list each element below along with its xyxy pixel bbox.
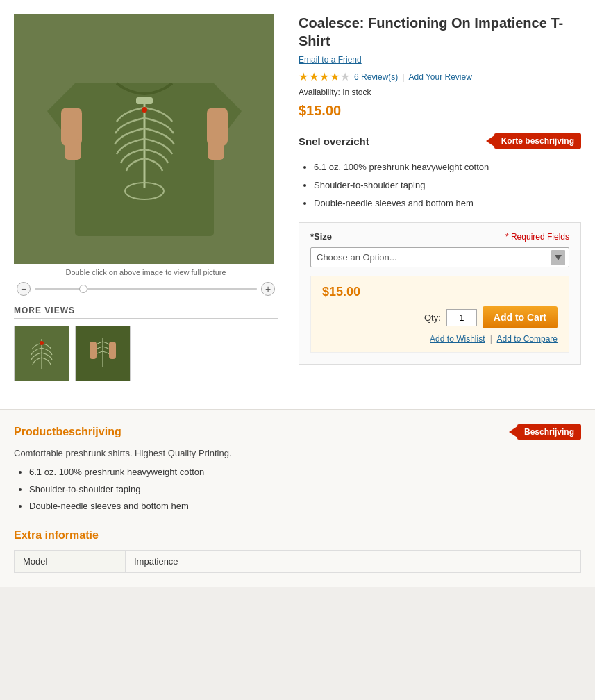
add-to-cart-button[interactable]: Add to Cart [483,306,558,328]
wc-separator: | [490,334,492,344]
beschrijving-badge: Beschrijving [517,424,581,440]
snel-overzicht-row: Snel overzicht Korte beschrijving [299,133,581,149]
svg-point-6 [142,107,147,112]
product-price: $15.00 [299,103,581,119]
description-intro: Comfortable preshrunk shirts. Highest Qu… [14,448,581,458]
korte-beschrijving-badge: Korte beschrijving [494,133,581,149]
description-list: 6.1 oz. 100% preshrunk heavyweight cotto… [14,464,581,515]
thumbnail-2[interactable] [75,326,131,381]
short-desc-item-1: 6.1 oz. 100% preshrunk heavyweight cotto… [314,158,581,176]
product-image-column: Double click on above image to view full… [14,14,278,381]
add-to-compare-link[interactable]: Add to Compare [497,334,558,344]
product-title: Coalesce: Functioning On Impatience T-Sh… [299,14,581,50]
table-row: Model Impatience [15,551,581,573]
wishlist-compare-row: Add to Wishlist | Add to Compare [322,334,558,344]
short-description-list: 6.1 oz. 100% preshrunk heavyweight cotto… [299,158,581,212]
rating-row: ★ ★ ★ ★ ★ 6 Review(s) | Add Your Review [299,70,581,83]
svg-rect-16 [90,342,97,359]
size-select-wrapper: Choose an Option... Small Medium Large X… [310,247,569,267]
price-cart-box: $15.00 Qty: Add to Cart Add to Wishlist … [310,276,569,353]
desc-item-1: 6.1 oz. 100% preshrunk heavyweight cotto… [29,464,581,481]
snel-overzicht-label: Snel overzicht [299,135,369,147]
qty-label: Qty: [424,312,441,323]
description-header-row: Productbeschrijving Beschrijving [14,424,581,440]
desc-item-2: Shoulder-to-shoulder taping [29,481,581,499]
size-select[interactable]: Choose an Option... Small Medium Large X… [310,247,569,267]
description-section: Productbeschrijving Beschrijving Comfort… [0,409,595,529]
more-views-label: MORE VIEWS [14,306,278,319]
options-box: *Size * Required Fields Choose an Option… [299,222,581,365]
star-2: ★ [309,70,319,83]
thumbnail-row [14,326,278,381]
svg-point-13 [40,341,44,345]
desc-item-3: Double-needle sleeves and bottom hem [29,498,581,515]
short-desc-item-3: Double-needle sleeves and bottom hem [314,194,581,212]
required-fields-text: * Required Fields [505,232,569,242]
star-rating: ★ ★ ★ ★ ★ [299,70,350,83]
divider [299,126,581,126]
svg-rect-4 [136,97,153,104]
korte-beschrijving-label: Korte beschrijving [501,136,574,146]
add-to-wishlist-link[interactable]: Add to Wishlist [430,334,485,344]
zoom-slider[interactable] [35,288,257,290]
main-product-image[interactable] [14,14,274,264]
availability: Availability: In stock [299,88,581,97]
star-5: ★ [340,70,350,83]
beschrijving-label: Beschrijving [524,427,574,437]
star-3: ★ [319,70,329,83]
cart-price: $15.00 [322,285,558,299]
extra-info-table: Model Impatience [14,550,581,573]
qty-input[interactable] [446,309,477,326]
review-count-link[interactable]: 6 Review(s) [354,72,398,82]
thumbnail-1[interactable] [14,326,69,381]
info-key-model: Model [15,551,126,573]
image-caption: Double click on above image to view full… [14,268,278,276]
svg-rect-10 [208,139,224,160]
email-friend-link[interactable]: Email to a Friend [299,55,362,65]
size-row: *Size * Required Fields [310,231,569,242]
star-1: ★ [299,70,308,83]
svg-rect-17 [109,342,116,359]
review-separator: | [402,72,404,82]
qty-add-row: Qty: Add to Cart [322,306,558,328]
add-review-link[interactable]: Add Your Review [408,72,471,82]
short-desc-item-2: Shoulder-to-shoulder taping [314,176,581,194]
productbeschrijving-title: Productbeschrijving [14,426,121,438]
svg-rect-9 [65,139,81,160]
extra-info-title: Extra informatie [14,529,581,542]
info-value-model: Impatience [126,551,581,573]
zoom-in-button[interactable]: + [261,282,275,296]
size-label: *Size [310,231,332,242]
zoom-bar: − + [14,282,278,296]
product-info-column: Coalesce: Functioning On Impatience T-Sh… [299,14,581,381]
star-4: ★ [330,70,340,83]
extra-info-section: Extra informatie Model Impatience [0,529,595,587]
zoom-out-button[interactable]: − [17,282,31,296]
